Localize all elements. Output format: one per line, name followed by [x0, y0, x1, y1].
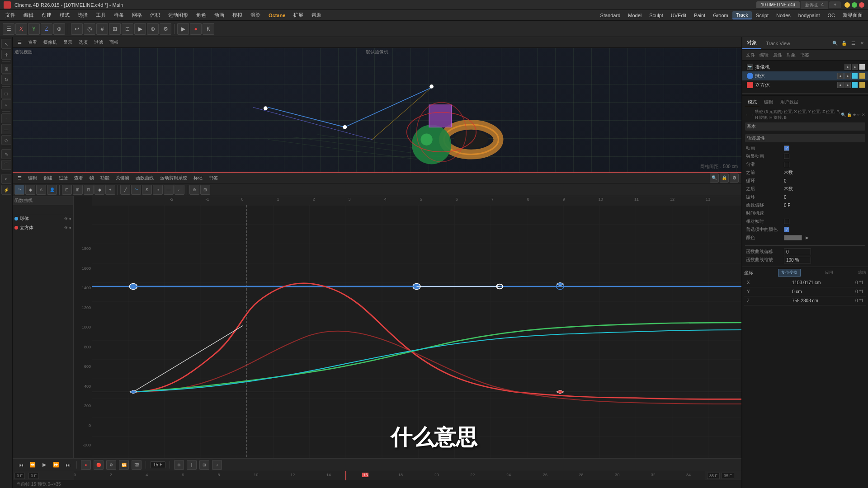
- breadcrumb-lock[interactable]: 🔒: [847, 113, 852, 117]
- pb-first-btn[interactable]: ⏮: [16, 460, 25, 469]
- menu-help[interactable]: 帮助: [308, 11, 325, 19]
- lt-rotate-btn[interactable]: ↻: [1, 75, 11, 84]
- lt-dynamics-btn[interactable]: ⚡: [1, 185, 11, 195]
- tab-nodes[interactable]: Nodes: [773, 12, 794, 19]
- breadcrumb-arrow-left[interactable]: ←: [745, 113, 749, 117]
- curve-scale-input[interactable]: [784, 257, 811, 263]
- tab-oc[interactable]: OC: [824, 12, 839, 19]
- edit-btn[interactable]: 编辑: [761, 99, 776, 106]
- toolbar-menu-btn[interactable]: ☰: [3, 23, 14, 35]
- track-visible-icon[interactable]: 👁: [64, 216, 68, 221]
- tab-sculpt[interactable]: Sculpt: [646, 12, 667, 19]
- prop-color-arrow[interactable]: ▶: [806, 235, 809, 240]
- lt-sculpt-btn[interactable]: ⌒: [1, 160, 11, 170]
- tangent-smooth-btn[interactable]: 〜: [131, 185, 141, 195]
- object-item-cube[interactable]: 立方体 ● ●: [742, 80, 868, 89]
- zoom-all-btn[interactable]: ⊞: [200, 185, 210, 195]
- snap-btn[interactable]: ⊞: [109, 23, 121, 35]
- autokey-btn[interactable]: K: [203, 23, 214, 35]
- coord-apply-btn[interactable]: 应用: [825, 270, 833, 276]
- tab-new[interactable]: +: [829, 1, 841, 8]
- curve-area[interactable]: -2 -1 0 1 2 3 4 5 6 7 8 9 10: [92, 196, 741, 458]
- menu-char[interactable]: 角色: [193, 11, 210, 19]
- userdata-btn[interactable]: 用户数据: [778, 99, 801, 106]
- coord-freeze-btn[interactable]: 冻结: [858, 270, 866, 276]
- sphere-vis-icon[interactable]: ●: [837, 73, 844, 79]
- pb-loop-btn[interactable]: 🔁: [119, 460, 129, 470]
- maximize-button[interactable]: [852, 2, 857, 8]
- pb-last-btn[interactable]: ⏭: [63, 460, 72, 469]
- tl-lock-btn[interactable]: 🔒: [720, 174, 729, 183]
- vp-camera-menu[interactable]: 摄像机: [41, 39, 59, 46]
- tab-script[interactable]: Script: [752, 12, 772, 19]
- 3d-viewport[interactable]: ☰ 查看 摄像机 显示 选项 过滤 面板 透视视图 默认摄像机 网格间距：500…: [13, 37, 741, 173]
- curve-offset-input[interactable]: [784, 249, 811, 255]
- pb-marker-btn[interactable]: |: [187, 460, 197, 470]
- tab-new-workspace[interactable]: 新界面面: [839, 11, 866, 19]
- person-btn[interactable]: 👤: [47, 185, 57, 195]
- toolbar-z-btn[interactable]: Z: [41, 23, 52, 35]
- tl-search-btn[interactable]: 🔍: [710, 174, 719, 183]
- vp-filter-menu[interactable]: 过滤: [92, 39, 105, 46]
- tangent-linear-btn[interactable]: ╱: [120, 185, 130, 195]
- breadcrumb-close[interactable]: ✕: [862, 113, 865, 117]
- menu-extend[interactable]: 扩展: [290, 11, 307, 19]
- menu-mesh[interactable]: 网格: [128, 11, 146, 19]
- key-add-btn[interactable]: +: [105, 185, 115, 195]
- render-settings-btn[interactable]: ⚙: [160, 23, 171, 35]
- snap-curve-btn[interactable]: ⊕: [189, 185, 199, 195]
- breadcrumb-bookmark[interactable]: ★: [853, 113, 856, 117]
- lt-scale-btn[interactable]: ⊞: [1, 64, 11, 74]
- toolbar-coord-btn[interactable]: ⊕: [53, 23, 65, 35]
- menu-edit[interactable]: 编辑: [20, 11, 37, 19]
- rp-tab-trackview[interactable]: Track View: [761, 39, 795, 48]
- pb-prev-btn[interactable]: ⏪: [28, 460, 37, 469]
- tl-fcurve[interactable]: 函数曲线: [133, 174, 156, 182]
- menu-render[interactable]: 渲染: [247, 11, 264, 19]
- prop-relative-checkbox[interactable]: [784, 219, 789, 224]
- vp-view-menu[interactable]: 查看: [26, 39, 39, 46]
- menu-volume[interactable]: 体积: [146, 11, 164, 19]
- tl-create[interactable]: 创建: [41, 174, 55, 182]
- object-item-sphere[interactable]: 球体 ● ●: [742, 71, 868, 80]
- render-btn[interactable]: ▶: [134, 23, 146, 35]
- menu-tools[interactable]: 工具: [92, 11, 109, 19]
- render-to-pic-btn[interactable]: ⊕: [147, 23, 159, 35]
- pb-settings-btn[interactable]: ⚙: [106, 460, 116, 470]
- tab-model[interactable]: Model: [624, 12, 645, 19]
- rp-menu-btn[interactable]: ☰: [849, 39, 857, 47]
- tl-filter[interactable]: 过滤: [57, 174, 70, 182]
- tangent-step-btn[interactable]: ⌐: [175, 185, 184, 195]
- breadcrumb-search[interactable]: 🔍: [841, 113, 846, 117]
- tl-view[interactable]: 查看: [72, 174, 85, 182]
- vp-display-menu[interactable]: 显示: [61, 39, 75, 46]
- pb-snap-btn[interactable]: ⊕: [174, 460, 184, 470]
- tl-func[interactable]: 功能: [98, 174, 112, 182]
- pb-autokey-btn[interactable]: 🔴: [94, 460, 104, 470]
- frame-bar[interactable]: 0 F 0 F 0 2 4 6 8 10 12: [13, 471, 741, 480]
- toolbar-y-btn[interactable]: Y: [28, 23, 40, 35]
- cube-vis-icon[interactable]: ●: [837, 82, 844, 88]
- tl-frame[interactable]: 帧: [87, 174, 96, 182]
- sphere-render-icon[interactable]: ●: [844, 73, 851, 79]
- cam-lock-icon[interactable]: [859, 64, 865, 70]
- cube-render-icon[interactable]: ●: [844, 82, 851, 88]
- tab-file[interactable]: 10TIMELINE.c4d: [756, 1, 800, 8]
- sphere-color-icon[interactable]: [852, 73, 858, 79]
- tl-icon[interactable]: ☰: [15, 175, 24, 181]
- tangent-clamp-btn[interactable]: ∩: [153, 185, 163, 195]
- select-all-btn[interactable]: ◎: [84, 23, 95, 35]
- menu-select[interactable]: 选择: [74, 11, 91, 19]
- pb-record-btn[interactable]: ●: [81, 460, 91, 470]
- motion-mode-btn[interactable]: A: [36, 185, 46, 195]
- menu-sim[interactable]: 模拟: [229, 11, 246, 19]
- track-row-sphere[interactable]: 球体 👁 ●: [13, 214, 73, 223]
- key-mode-btn[interactable]: ◆: [25, 185, 35, 195]
- lt-pointer-btn[interactable]: ↖: [1, 39, 11, 49]
- menu-mograph[interactable]: 运动图形: [165, 11, 192, 19]
- tl-bookmark[interactable]: 书签: [207, 174, 220, 182]
- lt-paint-btn[interactable]: ✎: [1, 149, 11, 159]
- vp-options-menu[interactable]: 选项: [76, 39, 90, 46]
- lt-move-btn[interactable]: ✛: [1, 50, 11, 60]
- vp-panel-menu[interactable]: 面板: [107, 39, 121, 46]
